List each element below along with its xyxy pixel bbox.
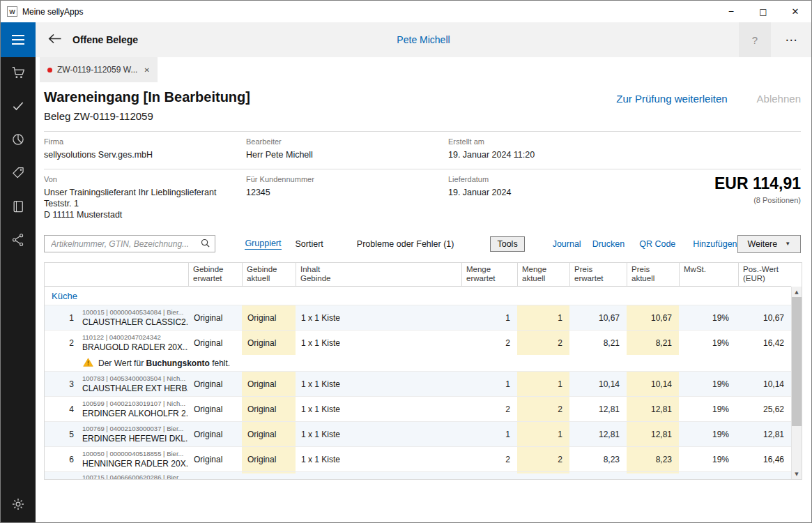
mwst-cell	[679, 472, 738, 473]
page-title: Offene Belege	[72, 34, 138, 45]
article-cell: 100715 | 04066600620286 | Bier...	[79, 472, 188, 479]
tab-wareneingang[interactable]: ZW-0119-112059 W... ✕	[40, 57, 158, 82]
table-row[interactable]: 4 100599 | 04002103019107 | Nich... ERDI…	[45, 396, 791, 421]
sidebar	[1, 22, 36, 522]
field-value: Herr Pete Michell	[246, 149, 448, 160]
preis-aktuell-cell[interactable]: 10,67	[627, 305, 679, 330]
tools-button[interactable]: Tools	[490, 236, 524, 252]
col-header-gebinde-erwartet[interactable]: Gebinde erwartet	[188, 263, 242, 286]
article-name: CLAUSTHALER CLASSIC2...	[82, 317, 188, 327]
gebinde-aktuell-cell[interactable]	[242, 472, 296, 473]
tag-icon	[11, 166, 25, 183]
menge-erwartet-cell: 2	[461, 447, 517, 471]
pos-wert-cell	[738, 472, 791, 473]
maximize-button[interactable]: □	[747, 1, 779, 22]
table-row[interactable]: 1 100015 | 00000040534084 | Bier... CLAU…	[45, 305, 791, 330]
address-line: D 11111 Musterstadt	[44, 209, 246, 220]
preis-aktuell-cell[interactable]: 12,81	[627, 422, 679, 446]
help-button[interactable]: ?	[739, 22, 771, 57]
col-header-menge-erwartet[interactable]: Menge erwartet	[461, 263, 517, 286]
qr-code-link[interactable]: QR Code	[639, 239, 675, 249]
reject-button[interactable]: Ablehnen	[757, 93, 801, 105]
gebinde-aktuell-cell[interactable]: Original	[242, 305, 296, 330]
drucken-link[interactable]: Drucken	[592, 239, 625, 249]
col-header-inhalt-gebinde[interactable]: Inhalt Gebinde	[296, 263, 461, 286]
search-input-box[interactable]	[44, 235, 215, 252]
filter-gruppiert[interactable]: Gruppiert	[245, 238, 281, 250]
sidebar-item-settings[interactable]	[1, 489, 36, 522]
gebinde-aktuell-cell[interactable]: Original	[242, 422, 296, 446]
table-row-partial[interactable]: 100715 | 04066600620286 | Bier...	[45, 471, 791, 479]
sidebar-item-articles[interactable]	[1, 158, 36, 191]
tab-close-icon[interactable]: ✕	[144, 66, 149, 74]
scrollbar-up-arrow[interactable]: ▲	[792, 287, 802, 297]
inhalt-cell: 1 x 1 Kiste	[296, 372, 461, 396]
menge-aktuell-cell[interactable]: 2	[517, 447, 569, 471]
preis-aktuell-cell[interactable]: 12,81	[627, 397, 679, 421]
back-button[interactable]	[45, 33, 64, 47]
pos-wert-cell: 25,62	[738, 397, 791, 421]
table-row[interactable]: 5 100769 | 04002103000037 | Bier... ERDI…	[45, 421, 791, 446]
book-icon	[11, 199, 25, 216]
close-button[interactable]: ✕	[779, 1, 811, 22]
gebinde-erwartet-cell: Original	[188, 372, 242, 396]
field-bearbeiter: Bearbeiter Herr Pete Michell	[246, 137, 448, 160]
inhalt-cell: 1 x 1 Kiste	[296, 447, 461, 471]
menge-aktuell-cell[interactable]	[517, 472, 569, 473]
more-options-button[interactable]: ⋯	[771, 22, 811, 57]
menge-aktuell-cell[interactable]: 1	[517, 422, 569, 446]
sidebar-item-tasks[interactable]	[1, 91, 36, 124]
table-row[interactable]: 6 100050 | 00000040518855 | Bier... HENN…	[45, 446, 791, 471]
table-row[interactable]: 3 100783 | 04053400003504 | Nich... CLAU…	[45, 371, 791, 396]
filter-sortiert[interactable]: Sortiert	[296, 239, 323, 249]
hamburger-menu-button[interactable]	[1, 22, 36, 57]
article-cell: 100599 | 04002103019107 | Nich... ERDING…	[79, 397, 188, 421]
preis-erwartet-cell: 8,21	[569, 331, 627, 355]
document-meta-row2: Von Unser Trainingslieferant Ihr Lieblin…	[44, 169, 801, 230]
table-header-row: Gebinde erwartet Gebinde aktuell Inhalt …	[45, 263, 791, 287]
preis-aktuell-cell[interactable]: 10,14	[627, 372, 679, 396]
minimize-button[interactable]: ─	[715, 1, 747, 22]
sidebar-item-cart[interactable]	[1, 57, 36, 91]
menge-aktuell-cell[interactable]: 1	[517, 372, 569, 396]
sidebar-item-journal[interactable]	[1, 191, 36, 225]
weitere-dropdown-button[interactable]: Weitere ▼	[737, 235, 801, 253]
table-row[interactable]: 2 110122 | 04002047024342 BRAUGOLD RADLE…	[45, 330, 791, 355]
group-row-kueche[interactable]: Küche	[45, 287, 791, 305]
preis-erwartet-cell: 12,81	[569, 422, 627, 446]
col-header-pos-wert[interactable]: Pos.-Wert (EUR)	[738, 263, 791, 286]
preis-aktuell-cell[interactable]: 8,21	[627, 331, 679, 355]
field-von: Von Unser Trainingslieferant Ihr Lieblin…	[44, 175, 246, 220]
gebinde-aktuell-cell[interactable]: Original	[242, 372, 296, 396]
gebinde-aktuell-cell[interactable]: Original	[242, 397, 296, 421]
sidebar-item-share[interactable]	[1, 225, 36, 258]
preis-aktuell-cell[interactable]: 8,23	[627, 447, 679, 471]
scrollbar-down-arrow[interactable]: ▼	[792, 469, 802, 479]
hinzufuegen-link[interactable]: Hinzufügen	[693, 239, 737, 249]
menge-aktuell-cell[interactable]: 2	[517, 331, 569, 355]
col-header-menge-aktuell[interactable]: Menge aktuell	[517, 263, 569, 286]
gebinde-aktuell-cell[interactable]: Original	[242, 447, 296, 471]
preis-aktuell-cell[interactable]	[627, 472, 679, 473]
col-header-preis-erwartet[interactable]: Preis erwartet	[569, 263, 627, 286]
col-header-gebinde-aktuell[interactable]: Gebinde aktuell	[242, 263, 296, 286]
search-input[interactable]	[49, 238, 201, 250]
gebinde-erwartet-cell: Original	[188, 447, 242, 471]
user-name[interactable]: Pete Michell	[397, 34, 450, 45]
scrollbar-thumb[interactable]	[792, 297, 802, 426]
search-icon[interactable]	[201, 238, 210, 250]
field-label: Bearbeiter	[246, 137, 448, 146]
gebinde-aktuell-cell[interactable]: Original	[242, 331, 296, 355]
menge-aktuell-cell[interactable]: 1	[517, 305, 569, 330]
window-titlebar: W Meine sellyApps ─ □ ✕	[1, 1, 811, 22]
filter-probleme-fehler[interactable]: Probleme oder Fehler (1)	[357, 239, 454, 249]
sidebar-item-reports[interactable]	[1, 124, 36, 158]
col-header-mwst[interactable]: MwSt.	[679, 263, 738, 286]
journal-link[interactable]: Journal	[553, 239, 581, 249]
col-header-preis-aktuell[interactable]: Preis aktuell	[627, 263, 679, 286]
col-header-number	[45, 263, 79, 286]
menge-aktuell-cell[interactable]: 2	[517, 397, 569, 421]
table-scrollbar[interactable]: ▲ ▼	[791, 287, 802, 479]
forward-for-review-button[interactable]: Zur Prüfung weiterleiten	[616, 93, 727, 105]
menge-erwartet-cell	[461, 472, 517, 473]
